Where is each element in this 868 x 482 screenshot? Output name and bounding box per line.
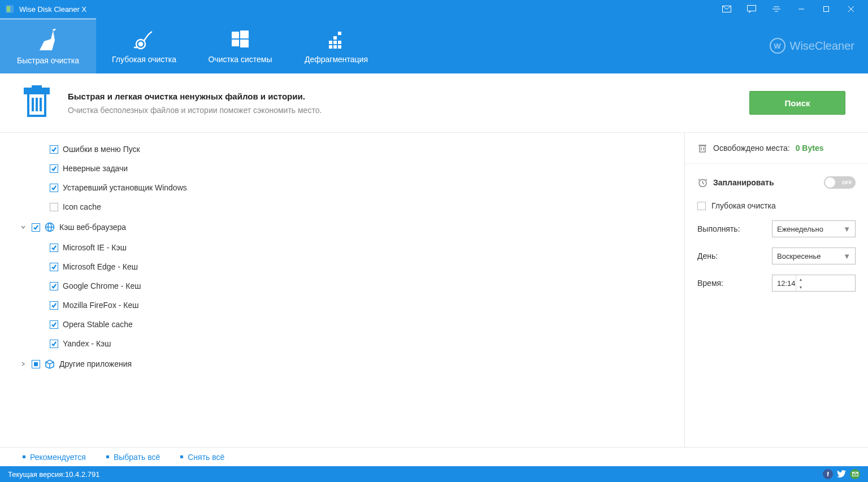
svg-line-11: [53, 29, 55, 31]
app-icon: [5, 4, 15, 14]
tab-deep-clean[interactable]: Глубокая очистка: [96, 18, 192, 73]
tab-label: Очистка системы: [208, 55, 272, 64]
checkbox[interactable]: [50, 145, 58, 154]
day-label: День:: [697, 251, 772, 260]
deep-clean-row[interactable]: Глубокая очистка: [697, 201, 856, 210]
spin-up-icon[interactable]: ▲: [796, 275, 806, 283]
chevron-down-icon[interactable]: [19, 224, 27, 230]
svg-rect-20: [338, 41, 341, 44]
checkbox-mixed[interactable]: [32, 360, 40, 368]
tree-item[interactable]: Microsoft IE - Кэш: [50, 238, 673, 257]
clock-icon: [697, 178, 708, 188]
svg-rect-18: [329, 41, 332, 44]
svg-rect-21: [329, 45, 332, 49]
tab-defrag[interactable]: Дефрагментация: [288, 18, 384, 73]
version-value: 10.4.2.791: [65, 470, 99, 479]
svg-rect-16: [232, 40, 239, 46]
tree-item-label: Microsoft IE - Кэш: [63, 243, 127, 252]
windows-icon: [231, 28, 250, 50]
main-tabs: Быстрая очистка Глубокая очистка Очистка…: [0, 18, 868, 73]
tree-item[interactable]: Устаревший установщик Windows: [50, 178, 673, 197]
tree-item-label: Неверные задачи: [63, 164, 128, 173]
time-row: Время: 12:14 ▲ ▼: [697, 275, 856, 292]
deep-clean-label: Глубокая очистка: [711, 201, 776, 210]
run-row: Выполнять: Еженедельно ▼: [697, 220, 856, 237]
run-select[interactable]: Еженедельно ▼: [772, 220, 856, 237]
email-icon[interactable]: [850, 469, 860, 479]
checkbox[interactable]: [50, 282, 58, 290]
checkbox[interactable]: [50, 320, 58, 329]
checkbox[interactable]: [50, 340, 58, 348]
svg-rect-25: [338, 32, 341, 35]
day-row: День: Воскресенье ▼: [697, 247, 856, 264]
time-spinner[interactable]: 12:14 ▲ ▼: [772, 275, 856, 292]
tree-item-label: Mozilla FireFox - Кеш: [63, 301, 139, 310]
checkbox[interactable]: [50, 203, 58, 211]
schedule-label: Запланировать: [713, 178, 774, 187]
maximize-button[interactable]: [814, 0, 839, 18]
tree-item-label: Google Chrome - Кеш: [63, 281, 141, 290]
checkbox[interactable]: [50, 301, 58, 310]
trash-small-icon: [697, 143, 708, 153]
svg-rect-31: [33, 85, 41, 89]
tree-category-other[interactable]: Другие приложения: [19, 353, 673, 375]
svg-rect-23: [338, 45, 341, 49]
menu-icon[interactable]: [764, 0, 789, 18]
spin-down-icon[interactable]: ▼: [796, 283, 806, 291]
tree-item[interactable]: Icon cache: [50, 197, 673, 216]
tree-item[interactable]: Microsoft Edge - Кеш: [50, 257, 673, 276]
headline-subtitle: Очистка бесполезных файлов и истории пом…: [68, 106, 732, 115]
action-label: Выбрать всё: [114, 453, 160, 462]
tree-item[interactable]: Ошибки в меню Пуск: [50, 140, 673, 159]
broom-icon: [36, 29, 60, 51]
close-button[interactable]: [839, 0, 863, 18]
tree-item[interactable]: Неверные задачи: [50, 159, 673, 178]
title-bar: Wise Disk Cleaner X: [0, 0, 868, 18]
day-select[interactable]: Воскресенье ▼: [772, 247, 856, 264]
brand-text: WiseCleaner: [790, 40, 854, 53]
checkbox[interactable]: [50, 263, 58, 271]
tree-item[interactable]: Yandex - Кэш: [50, 334, 673, 353]
time-value: 12:14: [777, 279, 796, 288]
action-deselect-all[interactable]: Снять всё: [180, 453, 224, 462]
twitter-icon[interactable]: [836, 469, 847, 479]
trash-icon: [23, 85, 51, 120]
tree-category-browser[interactable]: Кэш веб-браузера: [19, 216, 673, 238]
action-recommended[interactable]: Рекомендуется: [23, 453, 86, 462]
checkbox[interactable]: [32, 223, 40, 232]
svg-rect-3: [748, 6, 756, 11]
action-select-all[interactable]: Выбрать всё: [106, 453, 160, 462]
freed-row: Освобождено места: 0 Bytes: [697, 143, 856, 153]
tab-quick-clean[interactable]: Быстрая очистка: [0, 18, 96, 73]
tree-item-label: Icon cache: [63, 202, 101, 211]
tree-item[interactable]: Mozilla FireFox - Кеш: [50, 296, 673, 315]
side-panel: Освобождено места: 0 Bytes Запланировать…: [685, 133, 868, 447]
globe-icon: [45, 222, 55, 232]
schedule-toggle[interactable]: OFF: [824, 176, 856, 189]
toggle-knob: [825, 177, 835, 188]
tree-item-label: Microsoft Edge - Кеш: [63, 262, 138, 271]
time-label: Время:: [697, 279, 772, 288]
checkbox[interactable]: [50, 184, 58, 192]
brand-logo[interactable]: W WiseCleaner: [770, 18, 861, 73]
svg-rect-24: [333, 36, 337, 40]
tree-item[interactable]: Opera Stable cache: [50, 315, 673, 334]
mail-icon[interactable]: [714, 0, 739, 18]
tree-panel[interactable]: Ошибки в меню Пуск Неверные задачи Устар…: [0, 133, 685, 447]
feedback-icon[interactable]: [739, 0, 764, 18]
svg-rect-8: [824, 7, 829, 12]
minimize-button[interactable]: [789, 0, 814, 18]
vacuum-icon: [133, 28, 155, 50]
headline-area: Быстрая и легкая очистка ненужных файлов…: [0, 73, 868, 133]
divider: [685, 163, 868, 164]
chevron-right-icon[interactable]: [19, 361, 27, 367]
svg-rect-14: [232, 32, 239, 38]
tab-system-clean[interactable]: Очистка системы: [192, 18, 288, 73]
checkbox[interactable]: [50, 164, 58, 173]
tree-item[interactable]: Google Chrome - Кеш: [50, 276, 673, 296]
checkbox[interactable]: [697, 202, 706, 210]
tree-item-label: Устаревший установщик Windows: [63, 183, 187, 192]
checkbox[interactable]: [50, 244, 58, 252]
search-button[interactable]: Поиск: [749, 91, 845, 115]
facebook-icon[interactable]: f: [823, 469, 833, 479]
